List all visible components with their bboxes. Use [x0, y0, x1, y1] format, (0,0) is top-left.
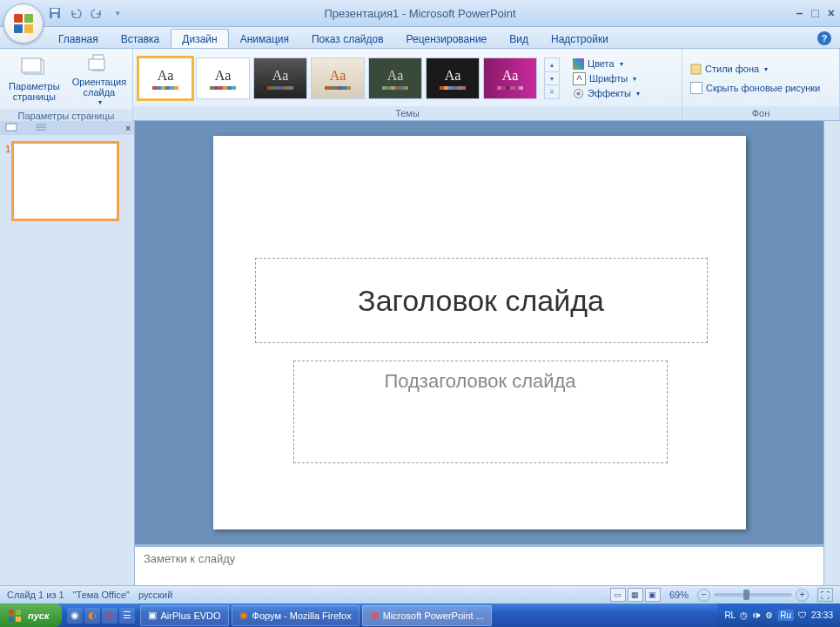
tab-design[interactable]: Дизайн: [171, 29, 228, 48]
tab-home[interactable]: Главная: [47, 29, 110, 48]
slides-tab-icon[interactable]: [5, 123, 17, 133]
fonts-button[interactable]: AШрифты▾: [570, 71, 642, 86]
theme-4[interactable]: Aa: [311, 57, 365, 99]
ql-icon-4[interactable]: ☰: [119, 608, 135, 624]
firefox-icon: ◉: [239, 610, 248, 621]
theme-3[interactable]: Aa: [253, 57, 307, 99]
zoom-slider[interactable]: − +: [697, 589, 809, 602]
tab-animation[interactable]: Анимация: [229, 29, 300, 48]
taskbar-item-2[interactable]: ◉Форум - Mozilla Firefox: [232, 605, 360, 626]
theme-office[interactable]: Aa: [138, 57, 192, 99]
undo-icon[interactable]: [68, 5, 84, 21]
hide-bg-checkbox[interactable]: Скрыть фоновые рисунки: [688, 81, 823, 95]
start-button[interactable]: пуск: [0, 603, 62, 627]
qat-more-icon[interactable]: ▾: [110, 5, 125, 21]
help-button[interactable]: ?: [817, 31, 831, 45]
vertical-scrollbar[interactable]: [823, 121, 840, 585]
theme-7[interactable]: Aa: [483, 57, 537, 99]
status-slide: Слайд 1 из 1: [7, 590, 64, 600]
office-logo-icon: [14, 14, 33, 33]
slides-panel-header: ×: [0, 121, 134, 135]
svg-rect-2: [52, 14, 57, 18]
powerpoint-icon: ▣: [370, 610, 379, 621]
office-button[interactable]: [3, 3, 44, 44]
workspace: × 1 Заголовок слайда Подзаголовок слайда…: [0, 121, 840, 585]
tray-icon-3[interactable]: ⚙: [765, 610, 773, 620]
status-language: русский: [138, 590, 172, 600]
tray-icon-2[interactable]: 🕪: [752, 610, 761, 620]
svg-rect-6: [89, 59, 104, 70]
svg-rect-4: [22, 58, 41, 72]
page-setup-label: Параметры страницы: [9, 81, 60, 102]
fit-window-button[interactable]: ⛶: [817, 588, 833, 602]
svg-rect-16: [9, 617, 14, 622]
windows-taskbar: пуск ◉ ◐ O ☰ ▣AirPlus EVDO ◉Форум - Mozi…: [0, 603, 840, 627]
redo-icon[interactable]: [89, 5, 104, 21]
tab-insert[interactable]: Вставка: [110, 29, 171, 48]
zoom-in-button[interactable]: +: [796, 589, 809, 602]
tray-lang[interactable]: RL: [724, 610, 736, 620]
tab-review[interactable]: Рецензирование: [395, 29, 499, 48]
svg-rect-1: [51, 9, 58, 12]
normal-view-button[interactable]: ▭: [610, 588, 626, 602]
tray-clock[interactable]: 23:33: [811, 610, 833, 620]
minimize-button[interactable]: –: [796, 6, 803, 20]
view-buttons: ▭ ▦ ▣: [610, 588, 661, 602]
themes-gallery[interactable]: Aa Aa Aa Aa Aa Aa Aa: [138, 57, 537, 99]
sorter-view-button[interactable]: ▦: [628, 588, 643, 602]
editor-area: Заголовок слайда Подзаголовок слайда Зам…: [135, 121, 823, 585]
effects-icon: [573, 88, 584, 99]
background-styles-button[interactable]: Стили фона▾: [688, 63, 770, 76]
ribbon-tabs: Главная Вставка Дизайн Анимация Показ сл…: [0, 27, 840, 49]
taskbar-item-1[interactable]: ▣AirPlus EVDO: [140, 605, 229, 626]
tray-lang2[interactable]: Ru: [777, 610, 794, 621]
taskbar-item-3[interactable]: ▣Microsoft PowerPoint ...: [362, 605, 492, 626]
group-themes-label: Темы: [133, 106, 682, 120]
theme-5[interactable]: Aa: [368, 57, 422, 99]
slideshow-view-button[interactable]: ▣: [645, 588, 661, 602]
theme-6[interactable]: Aa: [426, 57, 480, 99]
checkbox-icon: [690, 82, 702, 94]
svg-rect-17: [16, 617, 21, 622]
tab-view[interactable]: Вид: [498, 29, 540, 48]
window-title: Презентация1 - Microsoft PowerPoint: [0, 7, 840, 20]
close-button[interactable]: ×: [828, 6, 835, 20]
zoom-track[interactable]: [714, 593, 792, 597]
theme-2[interactable]: Aa: [196, 57, 250, 99]
slide-orientation-button[interactable]: Ориентация слайда▾: [69, 51, 130, 109]
colors-button[interactable]: Цвета▾: [570, 57, 642, 71]
subtitle-placeholder[interactable]: Подзаголовок слайда: [293, 361, 668, 463]
slide-canvas[interactable]: Заголовок слайда Подзаголовок слайда: [135, 121, 823, 544]
zoom-out-button[interactable]: −: [697, 589, 710, 602]
effects-button[interactable]: Эффекты▾: [570, 87, 642, 100]
svg-rect-9: [691, 64, 701, 74]
page-setup-icon: [20, 57, 48, 79]
status-bar: Слайд 1 из 1 "Тема Office" русский ▭ ▦ ▣…: [0, 585, 840, 603]
quick-launch: ◉ ◐ O ☰: [67, 608, 135, 624]
tab-addins[interactable]: Надстройки: [540, 29, 620, 48]
svg-rect-15: [16, 610, 21, 615]
orientation-label: Ориентация слайда: [72, 77, 126, 98]
slide-thumbnail-1[interactable]: [14, 144, 117, 219]
slide-number: 1: [5, 144, 10, 219]
tab-slideshow[interactable]: Показ слайдов: [300, 29, 395, 48]
outline-tab-icon[interactable]: [35, 123, 47, 133]
ql-icon-1[interactable]: ◉: [67, 608, 83, 624]
svg-rect-14: [9, 610, 14, 615]
fonts-icon: A: [573, 72, 586, 85]
maximize-button[interactable]: □: [811, 6, 818, 20]
zoom-thumb[interactable]: [743, 590, 749, 600]
tray-icon-4[interactable]: 🛡: [798, 610, 807, 620]
page-setup-button[interactable]: Параметры страницы: [5, 55, 64, 104]
ql-icon-2[interactable]: ◐: [84, 608, 100, 624]
ql-icon-3[interactable]: O: [102, 608, 118, 624]
close-panel-button[interactable]: ×: [125, 124, 131, 133]
save-icon[interactable]: [47, 5, 63, 21]
orientation-icon: [85, 52, 113, 75]
title-placeholder[interactable]: Заголовок слайда: [255, 258, 708, 343]
colors-icon: [573, 58, 584, 70]
notes-pane[interactable]: Заметки к слайду: [135, 544, 823, 585]
zoom-level[interactable]: 69%: [669, 590, 689, 600]
themes-more[interactable]: ▴▾≡: [544, 57, 560, 99]
tray-icon-1[interactable]: ◷: [740, 610, 748, 620]
